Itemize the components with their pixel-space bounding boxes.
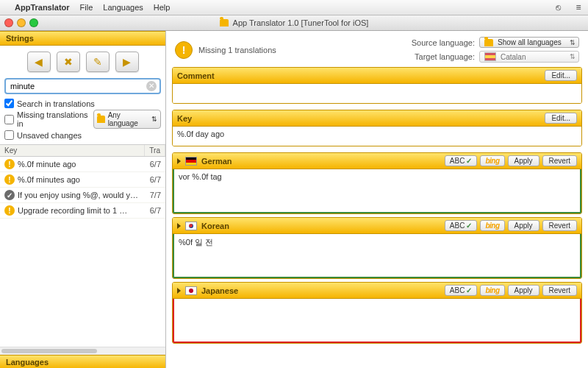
key-title: Key bbox=[177, 114, 192, 123]
key-body: %.0f day ago bbox=[173, 127, 581, 146]
missing-in-select[interactable]: Any language⇅ bbox=[93, 110, 161, 129]
revert-button[interactable]: Revert bbox=[542, 285, 577, 296]
search-input[interactable] bbox=[9, 80, 146, 92]
main-panel: ! Missing 1 translations Source language… bbox=[166, 31, 588, 368]
row-count: 6/7 bbox=[139, 175, 161, 184]
clear-search-icon[interactable]: ✕ bbox=[146, 81, 157, 91]
revert-button[interactable]: Revert bbox=[542, 155, 577, 166]
translation-section-korean: KoreanABC✓bingApplyRevert%0f 일 전 bbox=[172, 217, 582, 279]
apply-button[interactable]: Apply bbox=[508, 285, 539, 296]
spellcheck-button[interactable]: ABC✓ bbox=[445, 285, 478, 296]
menuextra-icon[interactable]: ≡ bbox=[573, 2, 584, 13]
folder-icon bbox=[484, 39, 493, 46]
search-field[interactable]: ✕ bbox=[4, 78, 161, 94]
translation-section-japanese: JapaneseABC✓bingApplyRevert bbox=[172, 282, 582, 344]
delete-button[interactable]: ✖ bbox=[57, 52, 80, 72]
source-language-label: Source language: bbox=[412, 38, 475, 47]
apply-button[interactable]: Apply bbox=[508, 220, 539, 231]
disclosure-triangle-icon[interactable] bbox=[177, 288, 181, 294]
col-translations[interactable]: Tra bbox=[145, 145, 165, 156]
window-controls bbox=[4, 18, 38, 27]
sidebar: Strings ◀ ✖ ✎ ▶ ✕ Search in translations… bbox=[0, 31, 166, 368]
warning-icon: ! bbox=[4, 174, 15, 185]
translation-section-german: GermanABC✓bingApplyRevertvor %.0f tag bbox=[172, 152, 582, 214]
check-icon: ✓ bbox=[4, 190, 15, 200]
comment-title: Comment bbox=[177, 71, 215, 80]
warning-icon: ! bbox=[175, 41, 193, 59]
target-language-select[interactable]: Catalan⇅ bbox=[479, 51, 579, 63]
close-button[interactable] bbox=[4, 18, 13, 27]
target-language-label: Target language: bbox=[415, 52, 475, 61]
row-key: %.0f minute ago bbox=[18, 160, 139, 169]
strings-table-body: !%.0f minute ago6/7!%.0f minutes ago6/7✓… bbox=[0, 157, 165, 347]
key-section: Key Edit... %.0f day ago bbox=[172, 110, 582, 146]
prev-button[interactable]: ◀ bbox=[27, 52, 51, 72]
horizontal-scrollbar[interactable] bbox=[0, 347, 165, 355]
bing-translate-button[interactable]: bing bbox=[480, 155, 504, 166]
menu-languages[interactable]: Languages bbox=[103, 3, 143, 12]
missing-in-checkbox[interactable] bbox=[4, 115, 14, 124]
table-row[interactable]: !Upgrade recording limit to 1 …6/7 bbox=[0, 203, 165, 219]
next-button[interactable]: ▶ bbox=[115, 52, 139, 72]
table-row[interactable]: !%.0f minutes ago6/7 bbox=[0, 172, 165, 188]
bing-translate-button[interactable]: bing bbox=[480, 285, 504, 296]
languages-panel-header[interactable]: Languages bbox=[0, 355, 165, 368]
missing-translations-notice: ! Missing 1 translations bbox=[175, 41, 276, 59]
row-count: 6/7 bbox=[139, 160, 161, 169]
search-in-translations-checkbox[interactable] bbox=[4, 99, 14, 108]
disclosure-triangle-icon[interactable] bbox=[177, 223, 181, 229]
comment-body bbox=[173, 84, 581, 103]
row-count: 6/7 bbox=[139, 206, 161, 215]
missing-in-label: Missing translations in bbox=[17, 110, 90, 128]
translation-body[interactable]: vor %.0f tag bbox=[173, 169, 581, 213]
row-key: %.0f minutes ago bbox=[18, 175, 139, 184]
flag-icon bbox=[185, 222, 197, 230]
flag-icon bbox=[484, 52, 496, 61]
chevron-updown-icon: ⇅ bbox=[570, 39, 576, 46]
app-menu[interactable]: AppTranslator bbox=[15, 3, 70, 12]
row-key: Upgrade recording limit to 1 … bbox=[18, 206, 139, 215]
search-in-translations-label: Search in translations bbox=[17, 99, 95, 108]
zoom-button[interactable] bbox=[29, 18, 38, 27]
flag-icon bbox=[185, 286, 197, 295]
unsaved-label: Unsaved changes bbox=[17, 131, 82, 140]
minimize-button[interactable] bbox=[17, 18, 26, 27]
warning-icon: ! bbox=[4, 205, 15, 216]
project-icon bbox=[220, 19, 229, 26]
translation-body[interactable] bbox=[173, 299, 581, 343]
scrollbar-thumb[interactable] bbox=[1, 349, 97, 353]
apply-button[interactable]: Apply bbox=[508, 155, 539, 166]
menu-file[interactable]: File bbox=[80, 3, 93, 12]
missing-text: Missing 1 translations bbox=[198, 46, 276, 54]
spellcheck-button[interactable]: ABC✓ bbox=[445, 155, 478, 166]
strings-table-header: Key Tra bbox=[0, 144, 165, 157]
chevron-updown-icon: ⇅ bbox=[151, 116, 157, 123]
folder-icon bbox=[97, 116, 105, 123]
lang-name: German bbox=[201, 157, 232, 166]
disclosure-triangle-icon[interactable] bbox=[177, 158, 181, 164]
bing-translate-button[interactable]: bing bbox=[480, 220, 504, 231]
row-key: If you enjoy using %@, would y… bbox=[18, 191, 139, 199]
key-edit-button[interactable]: Edit... bbox=[545, 113, 577, 124]
table-row[interactable]: ✓If you enjoy using %@, would y…7/7 bbox=[0, 188, 165, 203]
comment-section: Comment Edit... bbox=[172, 67, 582, 104]
source-language-select[interactable]: Show all languages⇅ bbox=[479, 37, 579, 48]
revert-button[interactable]: Revert bbox=[542, 220, 577, 231]
col-key[interactable]: Key bbox=[0, 145, 145, 156]
translation-body[interactable]: %0f 일 전 bbox=[173, 234, 581, 278]
warning-icon: ! bbox=[4, 159, 15, 169]
comment-edit-button[interactable]: Edit... bbox=[545, 70, 577, 81]
system-menubar: AppTranslator File Languages Help ⎋ ≡ bbox=[0, 0, 588, 15]
spellcheck-button[interactable]: ABC✓ bbox=[445, 220, 478, 231]
edit-button[interactable]: ✎ bbox=[86, 52, 110, 72]
unsaved-checkbox[interactable] bbox=[4, 130, 14, 140]
menu-help[interactable]: Help bbox=[154, 3, 171, 12]
table-row[interactable]: !%.0f minute ago6/7 bbox=[0, 157, 165, 172]
sidebar-toolbar: ◀ ✖ ✎ ▶ bbox=[0, 46, 165, 78]
strings-panel-header[interactable]: Strings bbox=[0, 31, 165, 46]
window-title: App Translator 1.0 [TunerTool for iOS] bbox=[233, 18, 369, 27]
lang-name: Korean bbox=[201, 222, 229, 230]
row-count: 7/7 bbox=[139, 191, 161, 199]
menuextra-icon[interactable]: ⎋ bbox=[553, 2, 563, 13]
chevron-updown-icon: ⇅ bbox=[570, 53, 576, 60]
